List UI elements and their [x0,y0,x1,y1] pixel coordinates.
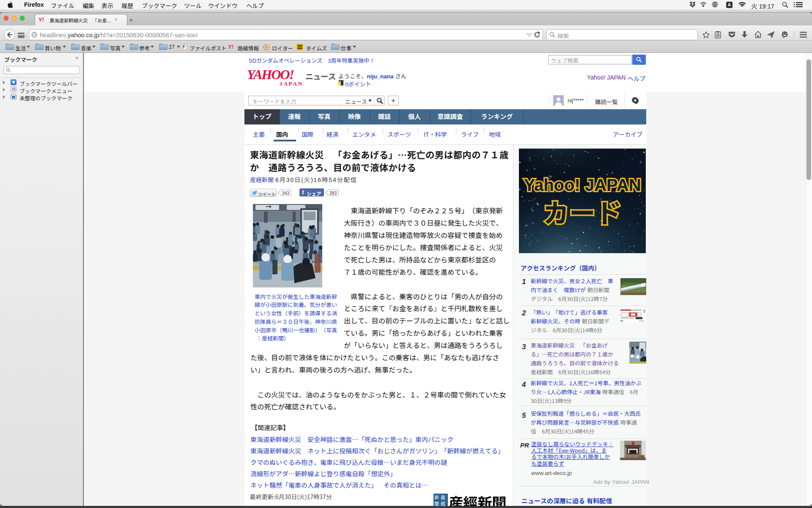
svg-text:Yahoo! JAPAN: Yahoo! JAPAN [524,176,641,194]
svg-text:カード: カード [543,192,622,230]
